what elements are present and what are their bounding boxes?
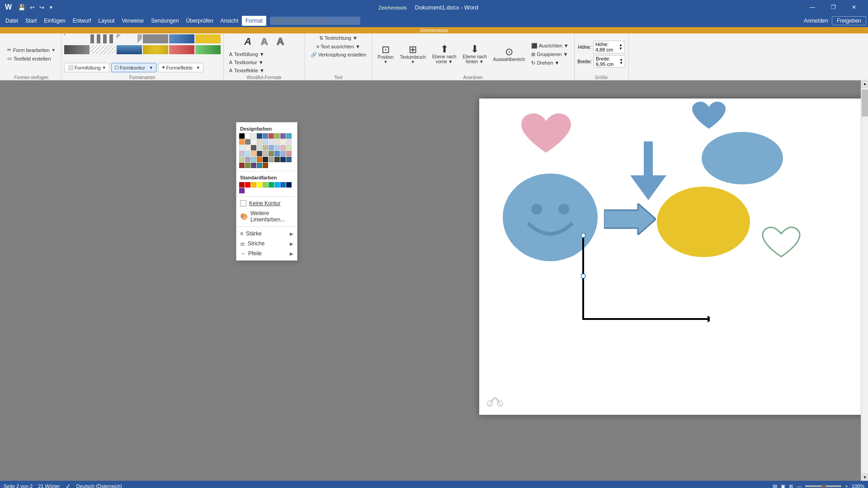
color-swatch[interactable]	[257, 139, 262, 145]
ebene-hinten-button[interactable]: ⬇ Ebene nach hinten ▼	[460, 42, 489, 66]
color-swatch[interactable]	[245, 151, 250, 156]
color-swatch[interactable]	[286, 139, 292, 145]
menu-einfuegen[interactable]: Einfügen	[40, 16, 69, 26]
color-swatch[interactable]	[251, 157, 256, 162]
color-swatch-dark-blue[interactable]	[286, 182, 292, 188]
zoom-level[interactable]: 100%	[852, 483, 864, 488]
color-swatch[interactable]	[263, 145, 268, 150]
undo-icon[interactable]: ↩	[28, 4, 36, 11]
formfuellung-button[interactable]: ⬜ Formfüllung ▼	[64, 63, 109, 72]
color-swatch[interactable]	[239, 145, 245, 150]
textfuellung-button[interactable]: A Textfüllung ▼	[226, 51, 302, 58]
customize-icon[interactable]: ▼	[47, 5, 55, 10]
line-style-6[interactable]	[195, 34, 221, 43]
height-down-button[interactable]: ▼	[619, 47, 623, 51]
verknuepfung-erstellen-button[interactable]: 🔗 Verknüpfung erstellen	[308, 51, 369, 59]
color-swatch-red[interactable]	[245, 182, 250, 188]
drehen-button[interactable]: ↻ Drehen ▼	[528, 59, 571, 67]
color-swatch[interactable]	[286, 133, 292, 139]
minimize-button[interactable]: —	[802, 0, 823, 14]
quick-save-icon[interactable]: 💾	[17, 4, 27, 11]
color-swatch[interactable]	[274, 139, 280, 145]
formeffekte-button[interactable]: ✦ Formeffekte ▼	[158, 63, 203, 72]
ebene-vorne-button[interactable]: ⬆ Ebene nach vorne ▼	[429, 42, 459, 66]
color-swatch[interactable]	[263, 133, 268, 139]
line-style-4[interactable]	[143, 34, 168, 43]
color-swatch-light-blue[interactable]	[274, 182, 280, 188]
line-style-5[interactable]	[169, 34, 194, 43]
color-swatch[interactable]	[257, 133, 262, 139]
color-swatch[interactable]	[269, 157, 274, 162]
zoom-out-button[interactable]: —	[797, 483, 802, 488]
color-swatch-yellow[interactable]	[257, 182, 262, 188]
color-swatch[interactable]	[280, 151, 286, 156]
zoom-slider[interactable]	[805, 485, 841, 487]
color-swatch[interactable]	[257, 157, 262, 162]
color-swatch[interactable]	[280, 139, 286, 145]
color-swatch-green[interactable]	[269, 182, 274, 188]
color-swatch-orange[interactable]	[251, 182, 256, 188]
window-controls[interactable]: — ❐ ✕	[802, 0, 864, 14]
menu-format[interactable]: Format	[242, 16, 266, 26]
color-swatch[interactable]	[269, 133, 274, 139]
line-style-12[interactable]	[195, 45, 221, 54]
print-layout-button[interactable]: ▣	[781, 483, 785, 488]
line-style-2[interactable]	[90, 34, 116, 43]
menu-ueberpruefen[interactable]: Überprüfen	[183, 16, 217, 26]
color-swatch[interactable]	[263, 157, 268, 162]
color-swatch[interactable]	[239, 157, 245, 162]
form-bearbeiten-button[interactable]: ✏ Form bearbeiten ▼	[5, 46, 58, 54]
color-swatch[interactable]	[263, 163, 268, 168]
color-swatch[interactable]	[269, 139, 274, 145]
color-swatch[interactable]	[245, 133, 250, 139]
redo-icon[interactable]: ↪	[38, 4, 46, 11]
texteffekte-button[interactable]: A Texteffekte ▼	[226, 67, 302, 74]
menu-ansicht[interactable]: Ansicht	[217, 16, 242, 26]
color-swatch[interactable]	[274, 157, 280, 162]
color-swatch[interactable]	[257, 145, 262, 150]
line-style-10[interactable]	[143, 45, 168, 54]
anmelden-link[interactable]: Anmelden	[804, 18, 828, 24]
menu-sendungen[interactable]: Sendungen	[147, 16, 182, 26]
position-button[interactable]: ⊡ Position ▼	[375, 43, 396, 66]
color-swatch[interactable]	[245, 139, 250, 145]
color-swatch[interactable]	[257, 163, 262, 168]
color-swatch[interactable]	[286, 151, 292, 156]
color-swatch[interactable]	[263, 139, 268, 145]
zoom-in-button[interactable]: +	[845, 483, 848, 488]
color-swatch-light-green[interactable]	[263, 182, 268, 188]
green-heart-outline-shape[interactable]	[761, 226, 802, 263]
textkontur-button[interactable]: A Textkontur ▼	[226, 59, 302, 66]
color-swatch[interactable]	[251, 163, 256, 168]
menu-entwurf[interactable]: Entwurf	[69, 16, 95, 26]
color-swatch[interactable]	[269, 145, 274, 150]
pfeile-item[interactable]: → Pfeile ▶	[236, 249, 297, 258]
color-swatch[interactable]	[245, 157, 250, 162]
close-button[interactable]: ✕	[844, 0, 864, 14]
color-swatch[interactable]	[274, 151, 280, 156]
pink-heart-shape[interactable]	[519, 112, 573, 161]
maximize-button[interactable]: ❐	[823, 0, 844, 14]
search-input[interactable]	[270, 17, 360, 25]
menu-layout[interactable]: Layout	[94, 16, 118, 26]
ausrichten-button[interactable]: ⬛ Ausrichten ▼	[528, 42, 571, 50]
color-swatch[interactable]	[286, 157, 292, 162]
color-swatch[interactable]	[274, 145, 280, 150]
gruppieren-button[interactable]: ⊞ Gruppieren ▼	[528, 51, 571, 58]
spellcheck-icon[interactable]: ✓	[66, 483, 71, 488]
vertical-scrollbar[interactable]: ▲ ▼	[861, 80, 868, 481]
color-swatch[interactable]	[280, 145, 286, 150]
read-mode-button[interactable]: ▤	[773, 483, 777, 488]
color-swatch[interactable]	[280, 133, 286, 139]
width-down-button[interactable]: ▼	[619, 61, 623, 65]
color-swatch[interactable]	[286, 145, 292, 150]
line-style-7[interactable]	[64, 45, 90, 54]
color-swatch[interactable]	[239, 133, 245, 139]
scrollbar-down-button[interactable]: ▼	[861, 474, 868, 481]
web-layout-button[interactable]: ⊞	[789, 483, 793, 488]
text-ausrichten-button[interactable]: ≡ Text ausrichten ▼	[314, 43, 363, 50]
wordart-a3-button[interactable]: A	[273, 34, 288, 49]
color-swatch-blue[interactable]	[280, 182, 286, 188]
textumbruch-button[interactable]: ⊞ Textumbruch ▼	[397, 43, 429, 66]
staerke-item[interactable]: ≡ Stärke ▶	[236, 229, 297, 239]
